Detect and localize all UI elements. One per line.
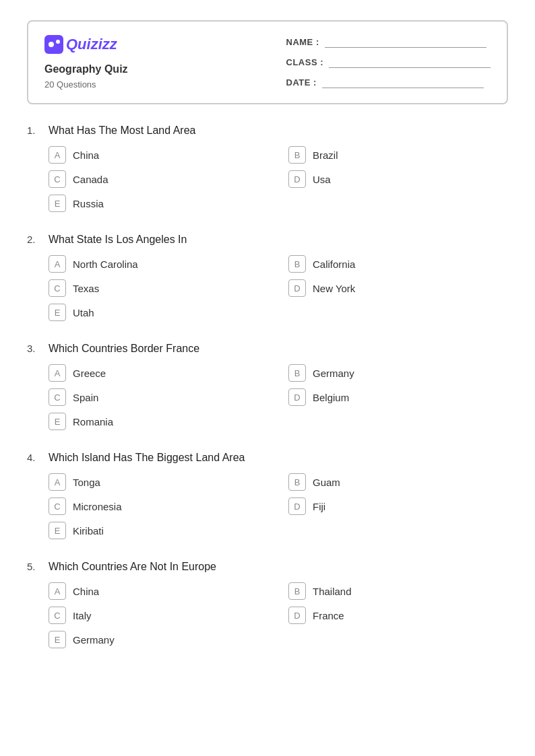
option-text-c: Canada	[73, 174, 108, 185]
option-badge-e: E	[49, 304, 66, 321]
class-line[interactable]	[329, 57, 491, 68]
option-badge-b: B	[288, 255, 306, 273]
option-text-b: California	[313, 259, 355, 270]
option-text-e: Kiribati	[73, 525, 104, 537]
option-badge-a: A	[49, 146, 66, 164]
question-1-number: 1.	[27, 125, 40, 136]
option-text-a: Greece	[73, 368, 106, 379]
question-4-option-e[interactable]: EKiribati	[49, 522, 268, 539]
question-1-header: 1.What Has The Most Land Area	[27, 125, 508, 137]
option-badge-d: D	[288, 497, 306, 515]
option-text-d: Belgium	[313, 392, 349, 403]
question-4-option-a[interactable]: ATonga	[49, 473, 268, 491]
question-3: 3.Which Countries Border FranceAGreeceBG…	[27, 343, 508, 430]
question-4-header: 4.Which Island Has The Biggest Land Area	[27, 452, 508, 464]
quiz-subtitle: 20 Questions	[44, 79, 128, 90]
question-5-option-a[interactable]: AChina	[49, 582, 268, 600]
questions-container: 1.What Has The Most Land AreaAChinaBBraz…	[27, 125, 508, 648]
option-badge-e: E	[49, 631, 66, 648]
option-badge-a: A	[49, 255, 66, 273]
option-text-c: Spain	[73, 392, 98, 403]
svg-point-2	[56, 40, 60, 44]
question-3-header: 3.Which Countries Border France	[27, 343, 508, 355]
logo-text: Quizizz	[66, 36, 117, 53]
option-text-a: Tonga	[73, 477, 100, 488]
question-5-option-c[interactable]: CItaly	[49, 607, 268, 624]
question-3-option-a[interactable]: AGreece	[49, 364, 268, 382]
option-text-e: Germany	[73, 634, 115, 646]
question-3-text: Which Countries Border France	[49, 343, 199, 355]
question-5-header: 5.Which Countries Are Not In Europe	[27, 561, 508, 573]
question-2-option-a[interactable]: ANorth Carolina	[49, 255, 268, 273]
question-4: 4.Which Island Has The Biggest Land Area…	[27, 452, 508, 539]
question-4-option-c[interactable]: CMicronesia	[49, 497, 268, 515]
question-3-option-b[interactable]: BGermany	[288, 364, 508, 382]
date-line[interactable]	[322, 77, 484, 88]
question-1-option-d[interactable]: DUsa	[288, 170, 508, 188]
name-field-row: NAME :	[286, 37, 491, 48]
option-badge-c: C	[49, 279, 66, 297]
header-right: NAME : CLASS : DATE :	[286, 37, 491, 88]
option-text-d: New York	[313, 283, 355, 294]
question-1-options: AChinaBBrazilCCanadaDUsaERussia	[49, 146, 508, 212]
question-4-options: ATongaBGuamCMicronesiaDFijiEKiribati	[49, 473, 508, 539]
date-field-row: DATE :	[286, 77, 491, 88]
question-5-options: AChinaBThailandCItalyDFranceEGermany	[49, 582, 508, 648]
question-1-text: What Has The Most Land Area	[49, 125, 195, 137]
svg-point-1	[49, 42, 54, 47]
option-badge-b: B	[288, 364, 306, 382]
date-label: DATE :	[286, 77, 317, 88]
option-text-b: Thailand	[313, 586, 352, 597]
option-badge-b: B	[288, 473, 306, 491]
question-3-option-d[interactable]: DBelgium	[288, 388, 508, 406]
logo-icon	[44, 35, 63, 54]
option-text-e: Russia	[73, 198, 104, 209]
class-field-row: CLASS :	[286, 57, 491, 68]
name-line[interactable]	[325, 37, 486, 48]
option-text-a: North Carolina	[73, 259, 138, 270]
question-2-option-d[interactable]: DNew York	[288, 279, 508, 297]
option-badge-a: A	[49, 364, 66, 382]
option-text-e: Romania	[73, 416, 113, 427]
option-text-c: Micronesia	[73, 501, 122, 512]
question-4-option-d[interactable]: DFiji	[288, 497, 508, 515]
option-text-e: Utah	[73, 307, 94, 318]
option-text-d: France	[313, 610, 344, 621]
question-5-option-b[interactable]: BThailand	[288, 582, 508, 600]
option-badge-b: B	[288, 146, 306, 164]
option-badge-c: C	[49, 388, 66, 406]
option-badge-c: C	[49, 497, 66, 515]
question-2-option-e[interactable]: EUtah	[49, 304, 268, 321]
question-5-option-d[interactable]: DFrance	[288, 607, 508, 624]
option-badge-d: D	[288, 279, 306, 297]
question-3-options: AGreeceBGermanyCSpainDBelgiumERomania	[49, 364, 508, 430]
question-2-option-b[interactable]: BCalifornia	[288, 255, 508, 273]
option-badge-a: A	[49, 582, 66, 600]
question-1-option-e[interactable]: ERussia	[49, 195, 268, 212]
page: Quizizz Geography Quiz 20 Questions NAME…	[0, 0, 535, 756]
option-text-c: Italy	[73, 610, 92, 621]
option-badge-c: C	[49, 607, 66, 624]
question-1-option-b[interactable]: BBrazil	[288, 146, 508, 164]
option-text-b: Guam	[313, 477, 340, 488]
question-1: 1.What Has The Most Land AreaAChinaBBraz…	[27, 125, 508, 212]
option-text-a: China	[73, 586, 99, 597]
option-text-a: China	[73, 149, 99, 161]
question-4-option-b[interactable]: BGuam	[288, 473, 508, 491]
option-text-d: Fiji	[313, 501, 325, 512]
quiz-title: Geography Quiz	[44, 63, 128, 75]
question-2-option-c[interactable]: CTexas	[49, 279, 268, 297]
name-label: NAME :	[286, 37, 319, 47]
option-badge-e: E	[49, 195, 66, 212]
question-5: 5.Which Countries Are Not In EuropeAChin…	[27, 561, 508, 648]
question-3-option-e[interactable]: ERomania	[49, 413, 268, 430]
question-1-option-a[interactable]: AChina	[49, 146, 268, 164]
question-2-number: 2.	[27, 234, 40, 245]
question-1-option-c[interactable]: CCanada	[49, 170, 268, 188]
question-3-option-c[interactable]: CSpain	[49, 388, 268, 406]
question-5-option-e[interactable]: EGermany	[49, 631, 268, 648]
question-5-number: 5.	[27, 561, 40, 572]
question-2-options: ANorth CarolinaBCaliforniaCTexasDNew Yor…	[49, 255, 508, 321]
option-badge-b: B	[288, 582, 306, 600]
question-4-number: 4.	[27, 452, 40, 463]
